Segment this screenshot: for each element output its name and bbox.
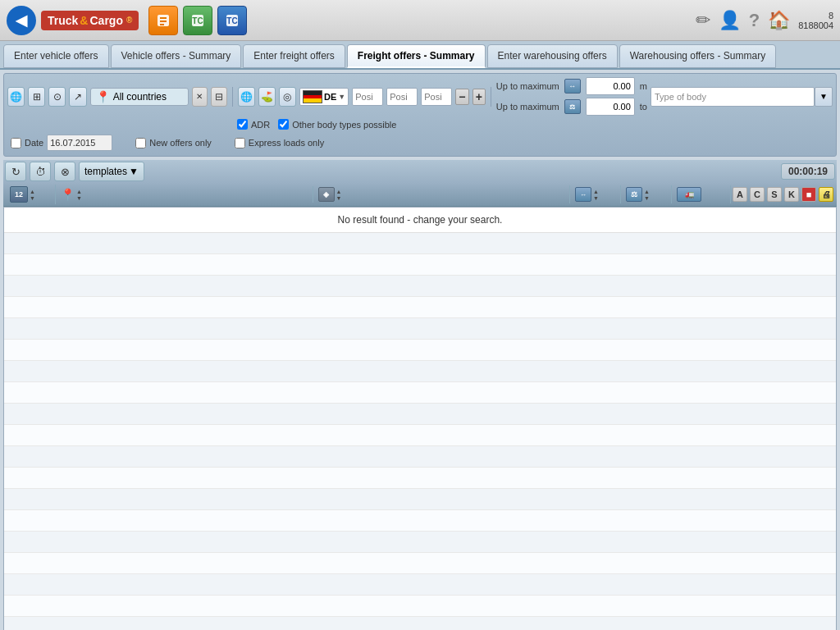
express-loads-group: Express loads only	[235, 138, 324, 148]
topbar: ◀ Truck&Cargo ® TC TC ✏ 👤 ? 🏠 8 8188004	[0, 0, 840, 41]
support-icon[interactable]: 👤	[719, 10, 741, 31]
filter-icon-arrow[interactable]: ↗	[69, 87, 86, 107]
toolbar-row: ↻ ⏱ ⊗ templates ▼ 00:00:19	[3, 160, 837, 183]
measure-row-2: Up to maximum ⚖ to	[496, 98, 647, 116]
adr-checkbox[interactable]	[237, 119, 248, 130]
filter-icon-globe[interactable]: 🌐	[7, 87, 25, 107]
col-num-icon[interactable]: 12	[10, 186, 28, 203]
col-letter-K[interactable]: K	[784, 187, 799, 202]
table-row	[4, 574, 836, 596]
tab-warehousing-summary[interactable]: Warehousing offers - Summary	[619, 44, 776, 68]
filter-icon-circle[interactable]: ⊙	[48, 87, 66, 107]
filter-row-1: 🌐 ⊞ ⊙ ↗ 📍 All countries ✕ ⊟ 🌐 ⛳ ◎ DE ▼	[7, 77, 833, 116]
top-icons: TC TC	[148, 6, 695, 35]
other-body-checkbox[interactable]	[278, 119, 289, 130]
time-display: 00:00:19	[781, 163, 835, 180]
date-group: Date	[11, 135, 112, 151]
help-icon[interactable]: ?	[749, 10, 760, 31]
table-row	[4, 468, 836, 489]
pos-input-2[interactable]	[386, 88, 418, 106]
clock-btn[interactable]: ⏱	[30, 162, 51, 181]
type-body-dropdown-btn[interactable]: ▼	[815, 87, 833, 107]
date-input[interactable]	[47, 135, 112, 151]
clear-icon[interactable]: ✕	[192, 87, 208, 107]
pin-icon: 📍	[96, 90, 110, 103]
app-logo: Truck&Cargo ®	[41, 11, 139, 30]
templates-label: templates	[84, 166, 127, 177]
main-content: 🌐 ⊞ ⊙ ↗ 📍 All countries ✕ ⊟ 🌐 ⛳ ◎ DE ▼	[0, 70, 840, 630]
new-offers-label: New offers only	[149, 138, 212, 148]
table-row	[4, 617, 836, 630]
pos-input-3[interactable]	[421, 88, 452, 106]
home-icon[interactable]: 🏠	[768, 10, 790, 31]
max-length-input[interactable]	[586, 77, 635, 95]
length-col-icon: ↔	[575, 187, 591, 202]
col-location: 📍 ▲▼	[57, 186, 313, 203]
country-label: All countries	[113, 91, 167, 103]
filter-icon-grid[interactable]: ⊞	[28, 87, 45, 107]
table-row	[4, 425, 836, 446]
back-icon[interactable]: ◀	[7, 6, 36, 35]
pencil-icon[interactable]: ✏	[696, 10, 710, 31]
express-checkbox[interactable]	[235, 138, 245, 148]
tab-enter-freight[interactable]: Enter freight offers	[243, 44, 345, 68]
col-letter-S[interactable]: S	[767, 187, 782, 202]
icon-btn-2[interactable]: TC	[183, 6, 212, 35]
table-row	[4, 532, 836, 553]
type-body-container: Type of body ▼	[651, 87, 833, 107]
sort-cargo[interactable]: ▲▼	[336, 189, 342, 201]
sort-length[interactable]: ▲▼	[593, 189, 599, 201]
filter-row-adr: ADR Other body types possible	[7, 119, 833, 130]
col-letter-A[interactable]: A	[733, 187, 747, 202]
plus-btn[interactable]: +	[472, 89, 486, 105]
sort-location[interactable]: ▲▼	[76, 189, 82, 201]
table-row	[4, 596, 836, 617]
tab-enter-warehousing[interactable]: Enter warehousing offers	[487, 44, 618, 68]
svg-text:TC: TC	[193, 16, 203, 25]
table-row	[4, 553, 836, 574]
filter-icon-flag[interactable]: ⛳	[258, 87, 276, 107]
col-weight: ⚖ ▲▼	[623, 185, 672, 203]
table-row	[4, 361, 836, 382]
measure-row-1: Up to maximum ↔ m	[496, 77, 647, 95]
col-letter-color[interactable]: ■	[801, 187, 816, 202]
cargo-icon: ◈	[318, 187, 335, 202]
templates-btn[interactable]: templates ▼	[79, 162, 144, 181]
col-letter-print[interactable]: 🖨	[819, 187, 833, 202]
country-dropdown[interactable]: DE ▼	[299, 88, 349, 106]
sort-weight[interactable]: ▲▼	[644, 189, 650, 201]
sort-number[interactable]: ▲▼	[30, 189, 35, 201]
filter-icon-globe2[interactable]: 🌐	[238, 87, 255, 107]
minus-btn[interactable]: −	[455, 89, 468, 105]
filter-icon-target[interactable]: ◎	[279, 87, 296, 107]
vehicle-col-icon: 🚛	[677, 187, 701, 202]
date-checkbox[interactable]	[11, 138, 21, 148]
tab-enter-vehicle[interactable]: Enter vehicle offers	[3, 44, 109, 68]
table-row	[4, 340, 836, 361]
tab-vehicle-summary[interactable]: Vehicle offers - Summary	[111, 44, 242, 68]
length-unit: m	[640, 81, 647, 91]
col-length: ↔ ▲▼	[572, 185, 621, 203]
pos-input-1[interactable]	[352, 88, 383, 106]
filter-btn[interactable]: ⊗	[54, 162, 75, 181]
col-vehicle: 🚛	[673, 185, 731, 203]
icon-btn-1[interactable]	[148, 6, 178, 35]
table-row	[4, 489, 836, 510]
new-offers-checkbox[interactable]	[135, 138, 146, 148]
table-body: No result found - change your search.	[3, 207, 837, 630]
tabs: Enter vehicle offers Vehicle offers - Su…	[0, 41, 840, 70]
table-row	[4, 510, 836, 532]
col-cargo: ◈ ▲▼	[315, 185, 571, 203]
type-of-body-select[interactable]: Type of body	[651, 87, 815, 107]
col-letter-C[interactable]: C	[750, 187, 765, 202]
refresh-btn[interactable]: ↻	[5, 162, 26, 181]
length-icon[interactable]: ↔	[564, 79, 581, 94]
max-weight-input[interactable]	[586, 98, 635, 116]
table-row	[4, 404, 836, 425]
table-header: 12 ▲▼ 📍 ▲▼ ◈ ▲▼ ↔ ▲▼ ⚖ ▲▼ 🚛 A	[3, 183, 837, 207]
tab-freight-summary[interactable]: Freight offers - Summary	[347, 44, 486, 68]
country-selector[interactable]: 📍 All countries	[90, 88, 189, 106]
weight-icon[interactable]: ⚖	[564, 99, 581, 114]
icon-btn-3[interactable]: TC	[217, 6, 247, 35]
route-icon[interactable]: ⊟	[211, 87, 227, 107]
